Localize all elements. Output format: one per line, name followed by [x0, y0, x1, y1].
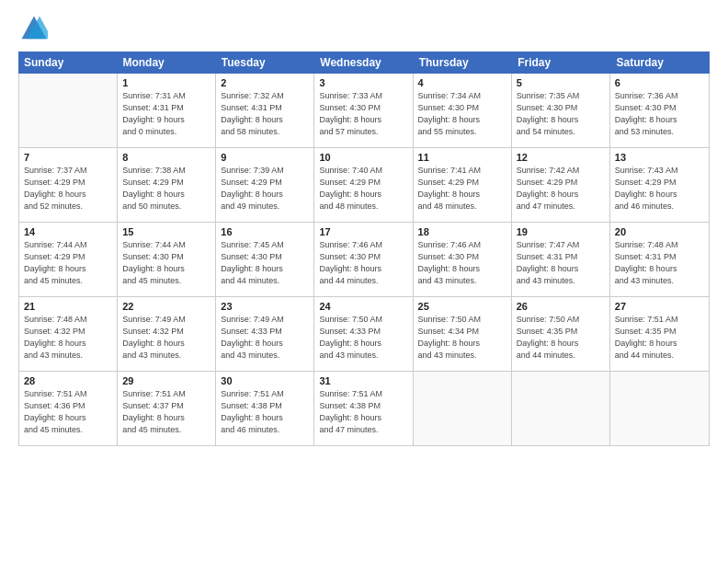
- day-detail: Sunrise: 7:35 AMSunset: 4:30 PMDaylight:…: [517, 90, 605, 138]
- calendar-header: SundayMondayTuesdayWednesdayThursdayFrid…: [18, 52, 710, 74]
- day-detail: Sunrise: 7:51 AMSunset: 4:38 PMDaylight:…: [221, 388, 309, 436]
- day-detail: Sunrise: 7:42 AMSunset: 4:29 PMDaylight:…: [517, 165, 605, 213]
- day-detail: Sunrise: 7:33 AMSunset: 4:30 PMDaylight:…: [319, 90, 407, 138]
- day-detail: Sunrise: 7:51 AMSunset: 4:36 PMDaylight:…: [24, 388, 112, 436]
- day-cell-30: 30Sunrise: 7:51 AMSunset: 4:38 PMDayligh…: [216, 372, 314, 445]
- day-cell-26: 26Sunrise: 7:50 AMSunset: 4:35 PMDayligh…: [512, 297, 610, 371]
- day-number: 23: [221, 301, 309, 312]
- day-detail: Sunrise: 7:49 AMSunset: 4:33 PMDaylight:…: [221, 314, 309, 362]
- day-cell-9: 9Sunrise: 7:39 AMSunset: 4:29 PMDaylight…: [216, 148, 314, 222]
- day-cell-8: 8Sunrise: 7:38 AMSunset: 4:29 PMDaylight…: [118, 148, 216, 222]
- day-number: 14: [24, 226, 112, 237]
- logo: [18, 15, 48, 42]
- day-cell-28: 28Sunrise: 7:51 AMSunset: 4:36 PMDayligh…: [19, 372, 118, 445]
- day-number: 2: [221, 77, 309, 88]
- day-number: 1: [122, 77, 210, 88]
- day-cell-29: 29Sunrise: 7:51 AMSunset: 4:37 PMDayligh…: [118, 372, 216, 445]
- day-detail: Sunrise: 7:39 AMSunset: 4:29 PMDaylight:…: [221, 165, 309, 213]
- day-number: 18: [418, 226, 506, 237]
- day-number: 12: [517, 152, 605, 163]
- day-number: 16: [221, 226, 309, 237]
- day-detail: Sunrise: 7:47 AMSunset: 4:31 PMDaylight:…: [517, 239, 605, 287]
- day-number: 6: [615, 77, 704, 88]
- day-number: 29: [122, 375, 210, 386]
- day-cell-1: 1Sunrise: 7:31 AMSunset: 4:31 PMDaylight…: [118, 74, 216, 147]
- day-cell-24: 24Sunrise: 7:50 AMSunset: 4:33 PMDayligh…: [314, 297, 413, 371]
- day-number: 13: [615, 152, 704, 163]
- week-row-4: 21Sunrise: 7:48 AMSunset: 4:32 PMDayligh…: [19, 297, 709, 372]
- header-day-saturday: Saturday: [611, 52, 710, 74]
- day-number: 4: [418, 77, 506, 88]
- day-detail: Sunrise: 7:44 AMSunset: 4:29 PMDaylight:…: [24, 239, 112, 287]
- day-cell-11: 11Sunrise: 7:41 AMSunset: 4:29 PMDayligh…: [414, 148, 512, 222]
- day-cell-16: 16Sunrise: 7:45 AMSunset: 4:30 PMDayligh…: [216, 223, 314, 296]
- empty-cell: [610, 372, 709, 445]
- day-number: 11: [418, 152, 506, 163]
- day-number: 15: [122, 226, 210, 237]
- day-cell-12: 12Sunrise: 7:42 AMSunset: 4:29 PMDayligh…: [512, 148, 610, 222]
- day-detail: Sunrise: 7:37 AMSunset: 4:29 PMDaylight:…: [24, 165, 112, 213]
- day-detail: Sunrise: 7:50 AMSunset: 4:34 PMDaylight:…: [418, 314, 506, 362]
- day-cell-27: 27Sunrise: 7:51 AMSunset: 4:35 PMDayligh…: [610, 297, 709, 371]
- day-number: 5: [517, 77, 605, 88]
- day-number: 26: [517, 301, 605, 312]
- day-detail: Sunrise: 7:36 AMSunset: 4:30 PMDaylight:…: [615, 90, 704, 138]
- day-detail: Sunrise: 7:51 AMSunset: 4:37 PMDaylight:…: [122, 388, 210, 436]
- day-cell-19: 19Sunrise: 7:47 AMSunset: 4:31 PMDayligh…: [512, 223, 610, 296]
- day-number: 17: [319, 226, 407, 237]
- week-row-3: 14Sunrise: 7:44 AMSunset: 4:29 PMDayligh…: [19, 223, 709, 297]
- day-number: 27: [615, 301, 704, 312]
- day-cell-2: 2Sunrise: 7:32 AMSunset: 4:31 PMDaylight…: [216, 74, 314, 147]
- day-number: 8: [122, 152, 210, 163]
- day-cell-6: 6Sunrise: 7:36 AMSunset: 4:30 PMDaylight…: [610, 74, 709, 147]
- day-detail: Sunrise: 7:51 AMSunset: 4:38 PMDaylight:…: [319, 388, 407, 436]
- header-day-thursday: Thursday: [414, 52, 512, 74]
- header-day-friday: Friday: [512, 52, 610, 74]
- day-detail: Sunrise: 7:48 AMSunset: 4:31 PMDaylight:…: [615, 239, 704, 287]
- day-number: 28: [24, 375, 112, 386]
- logo-icon: [20, 15, 48, 42]
- day-number: 24: [319, 301, 407, 312]
- day-number: 7: [24, 152, 112, 163]
- week-row-5: 28Sunrise: 7:51 AMSunset: 4:36 PMDayligh…: [19, 372, 709, 445]
- day-cell-18: 18Sunrise: 7:46 AMSunset: 4:30 PMDayligh…: [414, 223, 512, 296]
- calendar-body: 1Sunrise: 7:31 AMSunset: 4:31 PMDaylight…: [19, 74, 709, 445]
- day-detail: Sunrise: 7:44 AMSunset: 4:30 PMDaylight:…: [122, 239, 210, 287]
- day-number: 21: [24, 301, 112, 312]
- header-day-wednesday: Wednesday: [314, 52, 413, 74]
- calendar-body-outer: 1Sunrise: 7:31 AMSunset: 4:31 PMDaylight…: [18, 74, 710, 446]
- day-cell-31: 31Sunrise: 7:51 AMSunset: 4:38 PMDayligh…: [314, 372, 413, 445]
- day-cell-15: 15Sunrise: 7:44 AMSunset: 4:30 PMDayligh…: [118, 223, 216, 296]
- day-cell-23: 23Sunrise: 7:49 AMSunset: 4:33 PMDayligh…: [216, 297, 314, 371]
- calendar: SundayMondayTuesdayWednesdayThursdayFrid…: [18, 52, 710, 552]
- day-number: 19: [517, 226, 605, 237]
- day-cell-25: 25Sunrise: 7:50 AMSunset: 4:34 PMDayligh…: [414, 297, 512, 371]
- day-detail: Sunrise: 7:46 AMSunset: 4:30 PMDaylight:…: [418, 239, 506, 287]
- day-detail: Sunrise: 7:40 AMSunset: 4:29 PMDaylight:…: [319, 165, 407, 213]
- day-number: 3: [319, 77, 407, 88]
- day-cell-20: 20Sunrise: 7:48 AMSunset: 4:31 PMDayligh…: [610, 223, 709, 296]
- day-cell-4: 4Sunrise: 7:34 AMSunset: 4:30 PMDaylight…: [414, 74, 512, 147]
- day-detail: Sunrise: 7:50 AMSunset: 4:35 PMDaylight:…: [517, 314, 605, 362]
- header-day-sunday: Sunday: [18, 52, 117, 74]
- header-day-tuesday: Tuesday: [216, 52, 314, 74]
- day-cell-21: 21Sunrise: 7:48 AMSunset: 4:32 PMDayligh…: [19, 297, 118, 371]
- day-number: 30: [221, 375, 309, 386]
- day-number: 22: [122, 301, 210, 312]
- day-detail: Sunrise: 7:50 AMSunset: 4:33 PMDaylight:…: [319, 314, 407, 362]
- day-cell-5: 5Sunrise: 7:35 AMSunset: 4:30 PMDaylight…: [512, 74, 610, 147]
- empty-cell: [414, 372, 512, 445]
- day-cell-14: 14Sunrise: 7:44 AMSunset: 4:29 PMDayligh…: [19, 223, 118, 296]
- day-detail: Sunrise: 7:41 AMSunset: 4:29 PMDaylight:…: [418, 165, 506, 213]
- day-cell-10: 10Sunrise: 7:40 AMSunset: 4:29 PMDayligh…: [314, 148, 413, 222]
- day-number: 31: [319, 375, 407, 386]
- day-cell-13: 13Sunrise: 7:43 AMSunset: 4:29 PMDayligh…: [610, 148, 709, 222]
- page: SundayMondayTuesdayWednesdayThursdayFrid…: [0, 0, 728, 563]
- day-detail: Sunrise: 7:49 AMSunset: 4:32 PMDaylight:…: [122, 314, 210, 362]
- day-number: 20: [615, 226, 704, 237]
- week-row-1: 1Sunrise: 7:31 AMSunset: 4:31 PMDaylight…: [19, 74, 709, 148]
- day-detail: Sunrise: 7:45 AMSunset: 4:30 PMDaylight:…: [221, 239, 309, 287]
- header: [18, 15, 710, 42]
- day-detail: Sunrise: 7:46 AMSunset: 4:30 PMDaylight:…: [319, 239, 407, 287]
- day-detail: Sunrise: 7:38 AMSunset: 4:29 PMDaylight:…: [122, 165, 210, 213]
